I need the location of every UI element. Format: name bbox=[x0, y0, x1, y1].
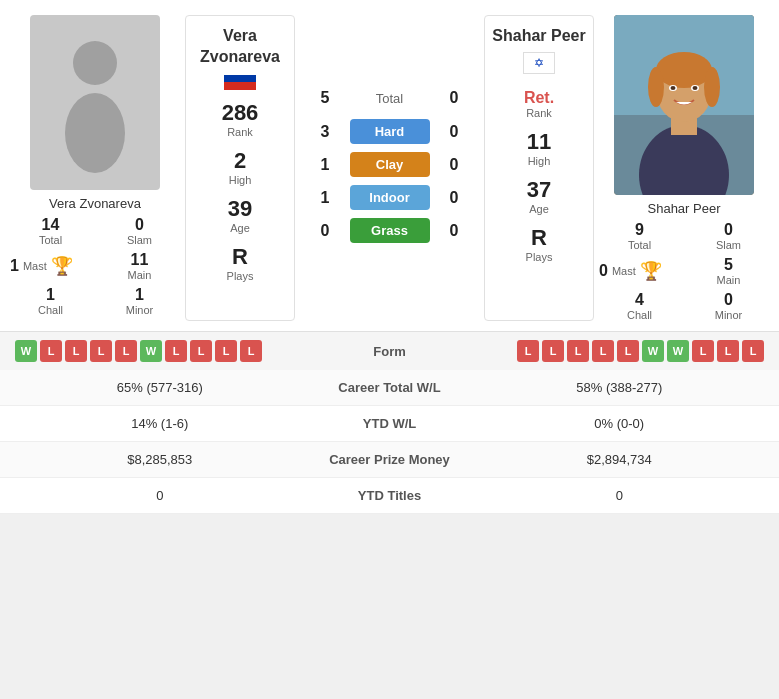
stats-row: 14% (1-6)YTD W/L0% (0-0) bbox=[0, 406, 779, 442]
svg-point-12 bbox=[671, 86, 676, 90]
stat-slam-right: 0 Slam bbox=[688, 221, 769, 251]
court-row-hard: 3 Hard 0 bbox=[310, 119, 469, 144]
center-rank-left: 286 Rank bbox=[222, 100, 259, 138]
form-section: WLLLLWLLLL Form LLLLLWWLLL bbox=[0, 331, 779, 370]
stats-row-label: Career Prize Money bbox=[300, 452, 480, 467]
svg-point-1 bbox=[65, 93, 125, 173]
center-age-right: 37 Age bbox=[527, 177, 551, 215]
form-dot: W bbox=[15, 340, 37, 362]
courts-section: 5 Total 0 3 Hard 0 1 Clay 0 1 Indoor 0 0 bbox=[300, 15, 479, 321]
form-dot: L bbox=[617, 340, 639, 362]
center-age-left: 39 Age bbox=[228, 196, 252, 234]
stat-mast-left: 1 Mast 🏆 bbox=[10, 251, 91, 281]
form-dot: L bbox=[692, 340, 714, 362]
stat-chall-left: 1 Chall bbox=[10, 286, 91, 316]
player-right-grid: 9 Total 0 Slam 0 Mast 🏆 5 Main 4 bbox=[599, 221, 769, 321]
total-row: 5 Total 0 bbox=[310, 89, 469, 107]
stat-main-left: 11 Main bbox=[99, 251, 180, 281]
court-badge-grass: Grass bbox=[350, 218, 430, 243]
flag-israel: ✡ bbox=[523, 52, 555, 74]
svg-point-13 bbox=[693, 86, 698, 90]
player-left-grid: 14 Total 0 Slam 1 Mast 🏆 11 Main 1 bbox=[10, 216, 180, 316]
svg-point-9 bbox=[704, 67, 720, 107]
main-container: Vera Zvonareva 14 Total 0 Slam 1 Mast 🏆 … bbox=[0, 0, 779, 514]
stat-chall-right: 4 Chall bbox=[599, 291, 680, 321]
stats-row-left-value: 14% (1-6) bbox=[20, 416, 300, 431]
center-plays-right: R Plays bbox=[526, 225, 553, 263]
svg-point-7 bbox=[656, 52, 712, 88]
form-dot: L bbox=[567, 340, 589, 362]
stats-row-label: Career Total W/L bbox=[300, 380, 480, 395]
stat-slam-left: 0 Slam bbox=[99, 216, 180, 246]
stats-row-right-value: 58% (388-277) bbox=[480, 380, 760, 395]
player-right-name-center: Shahar Peer bbox=[492, 26, 585, 47]
form-dot: W bbox=[667, 340, 689, 362]
court-row-clay: 1 Clay 0 bbox=[310, 152, 469, 177]
stat-mast-right: 0 Mast 🏆 bbox=[599, 256, 680, 286]
player-right-center-stats: Shahar Peer ✡ Ret. Rank 11 High 37 Age R bbox=[484, 15, 594, 321]
stats-row-right-value: 0 bbox=[480, 488, 760, 503]
player-left-photo bbox=[30, 15, 160, 190]
stat-minor-left: 1 Minor bbox=[99, 286, 180, 316]
center-high-left: 2 High bbox=[229, 148, 252, 186]
stats-rows: 65% (577-316)Career Total W/L58% (388-27… bbox=[0, 370, 779, 514]
center-rank-right: Ret. Rank bbox=[524, 89, 554, 119]
form-dot: L bbox=[165, 340, 187, 362]
player-left-name: Vera Zvonareva bbox=[49, 196, 141, 211]
form-dot: L bbox=[40, 340, 62, 362]
stats-row: 65% (577-316)Career Total W/L58% (388-27… bbox=[0, 370, 779, 406]
form-dot: L bbox=[542, 340, 564, 362]
stats-row-label: YTD Titles bbox=[300, 488, 480, 503]
stats-row-right-value: 0% (0-0) bbox=[480, 416, 760, 431]
player-right-card: Shahar Peer 9 Total 0 Slam 0 Mast 🏆 5 M bbox=[599, 15, 769, 321]
form-dot: L bbox=[742, 340, 764, 362]
svg-point-8 bbox=[648, 67, 664, 107]
form-label: Form bbox=[350, 344, 430, 359]
svg-point-0 bbox=[73, 41, 117, 85]
form-dot: L bbox=[717, 340, 739, 362]
form-dot: L bbox=[517, 340, 539, 362]
form-dot: W bbox=[140, 340, 162, 362]
trophy-icon-left: 🏆 bbox=[51, 257, 73, 275]
player-left-card: Vera Zvonareva 14 Total 0 Slam 1 Mast 🏆 … bbox=[10, 15, 180, 321]
stats-row: $8,285,853Career Prize Money$2,894,734 bbox=[0, 442, 779, 478]
stats-row-left-value: $8,285,853 bbox=[20, 452, 300, 467]
center-high-right: 11 High bbox=[527, 129, 551, 167]
stats-row-right-value: $2,894,734 bbox=[480, 452, 760, 467]
center-plays-left: R Plays bbox=[227, 244, 254, 282]
form-dot: W bbox=[642, 340, 664, 362]
star-of-david: ✡ bbox=[524, 56, 554, 70]
court-row-grass: 0 Grass 0 bbox=[310, 218, 469, 243]
form-dots-right: LLLLLWWLLL bbox=[517, 340, 764, 362]
form-dot: L bbox=[65, 340, 87, 362]
stat-total-right: 9 Total bbox=[599, 221, 680, 251]
stats-row-left-value: 0 bbox=[20, 488, 300, 503]
court-badge-indoor: Indoor bbox=[350, 185, 430, 210]
form-dots-left: WLLLLWLLLL bbox=[15, 340, 262, 362]
player-left-name-center: Vera Zvonareva bbox=[191, 26, 289, 68]
stats-row: 0YTD Titles0 bbox=[0, 478, 779, 514]
form-dot: L bbox=[592, 340, 614, 362]
stats-row-left-value: 65% (577-316) bbox=[20, 380, 300, 395]
form-dot: L bbox=[90, 340, 112, 362]
stats-row-label: YTD W/L bbox=[300, 416, 480, 431]
stat-total-left: 14 Total bbox=[10, 216, 91, 246]
form-dot: L bbox=[115, 340, 137, 362]
stat-minor-right: 0 Minor bbox=[688, 291, 769, 321]
top-section: Vera Zvonareva 14 Total 0 Slam 1 Mast 🏆 … bbox=[0, 0, 779, 331]
player-right-photo bbox=[614, 15, 754, 195]
court-badge-clay: Clay bbox=[350, 152, 430, 177]
form-dot: L bbox=[215, 340, 237, 362]
flag-russia bbox=[224, 68, 256, 90]
court-badge-hard: Hard bbox=[350, 119, 430, 144]
player-left-center-stats: Vera Zvonareva 286 Rank 2 High 39 Age R … bbox=[185, 15, 295, 321]
court-row-indoor: 1 Indoor 0 bbox=[310, 185, 469, 210]
form-dot: L bbox=[240, 340, 262, 362]
stat-main-right: 5 Main bbox=[688, 256, 769, 286]
trophy-icon-right: 🏆 bbox=[640, 262, 662, 280]
player-right-name: Shahar Peer bbox=[648, 201, 721, 216]
form-dot: L bbox=[190, 340, 212, 362]
